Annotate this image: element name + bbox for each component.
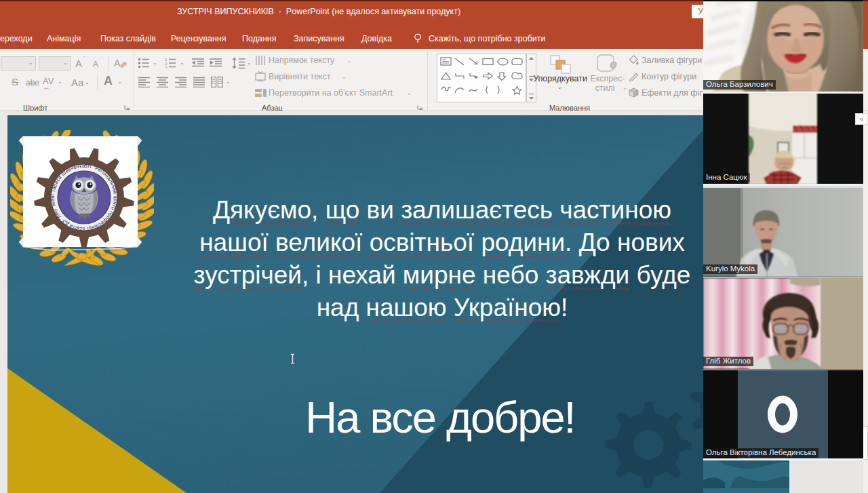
svg-text:3: 3 [165,66,167,69]
